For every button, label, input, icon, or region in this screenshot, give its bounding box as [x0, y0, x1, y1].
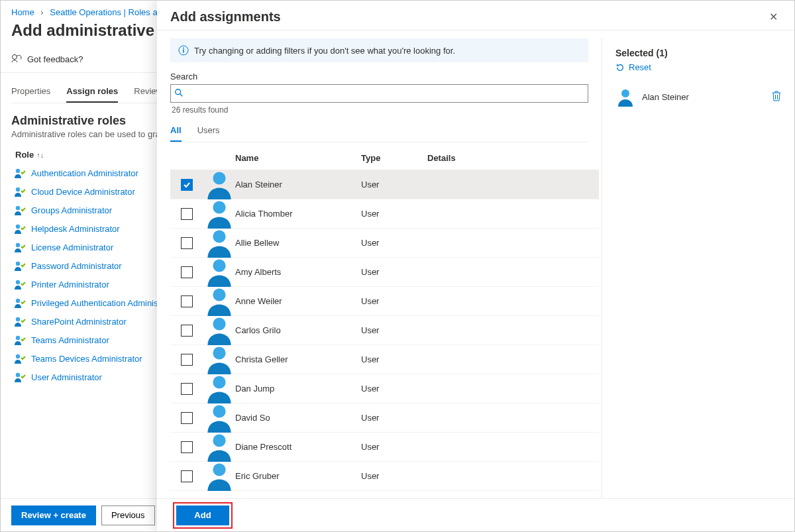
row-name: Amy Alberts	[235, 267, 361, 277]
row-type: User	[361, 296, 427, 306]
svg-point-4	[16, 225, 20, 229]
selected-item-name: Alan Steiner	[642, 92, 765, 102]
panel-footer: Add	[157, 498, 794, 531]
svg-point-19	[213, 201, 225, 213]
col-details[interactable]: Details	[427, 153, 599, 163]
role-link[interactable]: User Administrator	[31, 372, 102, 382]
breadcrumb-link[interactable]: Seattle Operations | Roles and	[50, 7, 167, 17]
role-icon	[14, 334, 26, 346]
col-name[interactable]: Name	[235, 153, 361, 163]
role-link[interactable]: Groups Administrator	[31, 205, 112, 215]
grid-row[interactable]: Alicia Thomber User	[170, 199, 599, 229]
row-type: User	[361, 384, 427, 394]
search-icon	[174, 88, 184, 99]
grid-row[interactable]: Eric Gruber User	[170, 462, 599, 491]
row-name: Anne Weiler	[235, 296, 361, 306]
row-type: User	[361, 471, 427, 481]
row-name: Allie Bellew	[235, 238, 361, 248]
add-assignments-panel: Add assignments ✕ Try changing or adding…	[157, 1, 794, 531]
review-create-button[interactable]: Review + create	[11, 505, 96, 525]
row-checkbox[interactable]	[181, 266, 193, 278]
role-icon	[14, 260, 26, 272]
row-checkbox[interactable]	[181, 412, 193, 424]
svg-point-23	[213, 317, 225, 330]
reset-button[interactable]: Reset	[615, 62, 781, 72]
tab-users[interactable]: Users	[197, 121, 220, 142]
user-avatar-icon	[203, 483, 235, 493]
previous-button[interactable]: Previous	[101, 505, 155, 525]
row-name: David So	[235, 413, 361, 423]
tab-assign-roles[interactable]: Assign roles	[66, 82, 118, 103]
col-type[interactable]: Type	[361, 153, 427, 163]
grid-row[interactable]: Allie Bellew User	[170, 229, 599, 258]
svg-point-28	[213, 463, 225, 476]
search-label: Search	[170, 72, 588, 81]
row-name: Carlos Grilo	[235, 325, 361, 335]
role-link[interactable]: Printer Administrator	[31, 280, 109, 290]
sort-arrow-icon: ↑↓	[36, 151, 44, 159]
breadcrumb-home[interactable]: Home	[11, 7, 34, 17]
grid-row[interactable]: Christa Geller User	[170, 345, 599, 374]
results-grid[interactable]: Name Type Details Alan Steiner User Alic…	[170, 146, 602, 498]
delete-icon[interactable]	[772, 91, 781, 103]
svg-point-6	[16, 262, 20, 266]
selected-heading: Selected (1)	[615, 48, 781, 58]
chevron-right-icon: ›	[40, 7, 43, 17]
role-link[interactable]: Password Administrator	[31, 261, 122, 271]
svg-point-2	[16, 187, 20, 191]
svg-point-16	[176, 89, 181, 95]
grid-row[interactable]: Dan Jump User	[170, 374, 599, 403]
row-type: User	[361, 325, 427, 335]
svg-point-27	[213, 434, 225, 447]
role-link[interactable]: Authentication Administrator	[31, 168, 138, 178]
tab-properties[interactable]: Properties	[11, 82, 50, 103]
svg-point-0	[13, 55, 17, 60]
grid-row[interactable]: Alan Steiner User	[170, 170, 599, 199]
info-icon	[178, 45, 189, 56]
row-checkbox[interactable]	[181, 237, 193, 249]
svg-point-29	[621, 89, 629, 97]
svg-line-17	[180, 94, 183, 97]
role-link[interactable]: Helpdesk Administrator	[31, 224, 120, 234]
role-link[interactable]: Privileged Authentication Administ…	[31, 298, 169, 308]
row-checkbox[interactable]	[181, 179, 193, 191]
row-checkbox[interactable]	[181, 325, 193, 337]
svg-point-12	[16, 373, 20, 377]
row-checkbox[interactable]	[181, 470, 193, 482]
role-icon	[14, 278, 26, 290]
svg-point-7	[16, 280, 20, 284]
role-link[interactable]: Teams Devices Administrator	[31, 354, 142, 364]
role-link[interactable]: SharePoint Administrator	[31, 317, 127, 327]
sub-tabs: All Users	[170, 121, 588, 142]
svg-point-9	[16, 317, 20, 321]
search-input[interactable]	[170, 84, 588, 103]
row-checkbox[interactable]	[181, 441, 193, 453]
info-text: Try changing or adding filters if you do…	[194, 46, 455, 56]
role-link[interactable]: License Administrator	[31, 242, 113, 252]
grid-row[interactable]: Anne Weiler User	[170, 287, 599, 316]
grid-row[interactable]: Carlos Grilo User	[170, 316, 599, 345]
row-type: User	[361, 354, 427, 364]
add-button[interactable]: Add	[176, 505, 229, 525]
row-checkbox[interactable]	[181, 208, 193, 220]
role-link[interactable]: Cloud Device Administrator	[31, 187, 135, 197]
svg-point-20	[213, 230, 225, 242]
svg-point-5	[16, 243, 20, 247]
grid-row[interactable]: Amy Alberts User	[170, 258, 599, 287]
row-checkbox[interactable]	[181, 295, 193, 307]
close-icon[interactable]: ✕	[765, 9, 781, 25]
role-icon	[14, 371, 26, 383]
selected-pane: Selected (1) Reset Alan Steiner	[602, 38, 794, 498]
role-link[interactable]: Teams Administrator	[31, 335, 109, 345]
panel-title: Add assignments	[170, 9, 281, 25]
grid-row[interactable]: David So User	[170, 403, 599, 433]
row-checkbox[interactable]	[181, 383, 193, 395]
row-type: User	[361, 413, 427, 423]
row-checkbox[interactable]	[181, 354, 193, 366]
grid-row[interactable]: Diane Prescott User	[170, 433, 599, 462]
tab-all[interactable]: All	[170, 121, 182, 142]
role-icon	[14, 297, 26, 309]
add-button-highlight: Add	[173, 502, 233, 529]
feedback-text: Got feedback?	[27, 54, 83, 64]
svg-point-21	[213, 259, 225, 272]
